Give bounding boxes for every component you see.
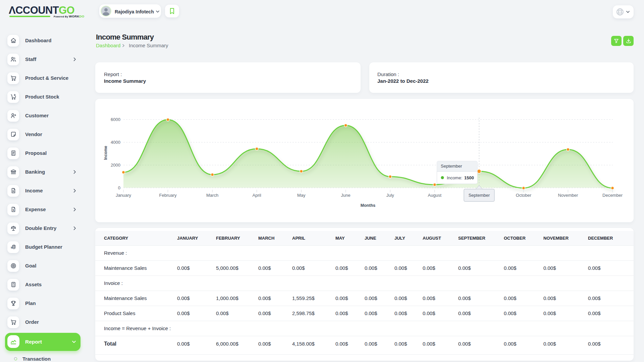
svg-text:$: $	[12, 208, 14, 212]
svg-text:2000: 2000	[111, 163, 120, 168]
svg-text:February: February	[159, 193, 177, 198]
svg-text:December: December	[602, 193, 623, 198]
svg-text:June: June	[341, 193, 351, 198]
svg-text:November: November	[558, 193, 578, 198]
svg-text:September: September	[441, 164, 462, 169]
svg-text:Months: Months	[361, 203, 375, 208]
svg-text:0: 0	[118, 185, 120, 190]
svg-text:October: October	[516, 193, 532, 198]
svg-text:4000: 4000	[111, 140, 120, 145]
svg-text:1500: 1500	[464, 175, 474, 180]
svg-text:July: July	[386, 193, 394, 198]
svg-text:September: September	[469, 193, 490, 198]
svg-text:August: August	[428, 193, 442, 198]
svg-text:April: April	[253, 193, 261, 198]
svg-text:March: March	[206, 193, 218, 198]
svg-text:Income:: Income:	[447, 175, 462, 180]
svg-text:$: $	[11, 246, 12, 249]
svg-text:Income: Income	[103, 146, 108, 160]
svg-text:6000: 6000	[111, 117, 120, 122]
svg-text:January: January	[116, 193, 131, 198]
svg-text:May: May	[297, 193, 306, 198]
